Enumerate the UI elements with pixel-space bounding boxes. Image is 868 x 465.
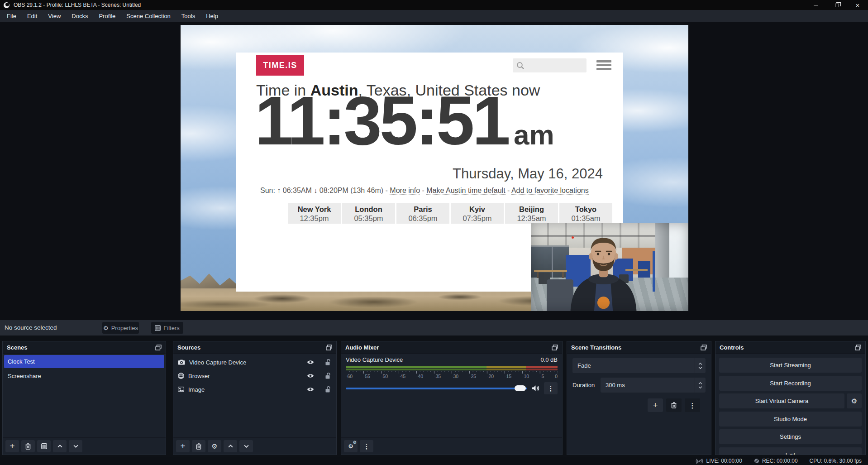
visibility-eye-icon[interactable] xyxy=(307,387,314,392)
add-source-button[interactable]: + xyxy=(176,440,190,452)
scene-item-screenshare[interactable]: Screenshare xyxy=(4,369,164,383)
preview-canvas[interactable]: TIME.IS Time in Austin, Texas, United St… xyxy=(181,25,688,311)
menu-bar: File Edit View Docks Profile Scene Colle… xyxy=(0,10,868,22)
double-gear-icon: ⚙⚙ xyxy=(348,443,353,449)
live-status: LIVE: 00:00:00 xyxy=(696,458,742,464)
minimize-button[interactable] xyxy=(806,0,826,10)
status-bar: LIVE: 00:00:00 REC: 00:00:00 CPU: 0.6%, … xyxy=(0,457,868,465)
kebab-menu-icon: ⋮ xyxy=(548,385,554,392)
popout-icon[interactable] xyxy=(155,345,162,350)
menu-help[interactable]: Help xyxy=(200,10,224,22)
menu-tools[interactable]: Tools xyxy=(176,10,200,22)
visibility-eye-icon[interactable] xyxy=(307,373,314,379)
source-properties-button[interactable]: ⚙ xyxy=(208,440,221,452)
world-cities-row: New York12:35pm London05:35pm Paris06:35… xyxy=(288,203,612,224)
start-recording-button[interactable]: Start Recording xyxy=(719,376,862,391)
exit-button[interactable]: Exit xyxy=(719,447,862,455)
settings-button[interactable]: Settings xyxy=(719,429,862,444)
unlock-icon[interactable] xyxy=(325,359,331,365)
filters-button[interactable]: Filters xyxy=(151,322,183,334)
window-controls: × xyxy=(806,0,868,10)
globe-icon xyxy=(178,373,184,379)
unlock-icon[interactable] xyxy=(325,386,331,393)
duration-spinbox[interactable]: 300 ms xyxy=(601,378,706,393)
kebab-menu-icon: ⋮ xyxy=(689,402,696,409)
source-item-video-capture[interactable]: Video Capture Device xyxy=(173,355,336,369)
vu-meter: -60-55-50-45-40-35-30-25-20-15-10-50 xyxy=(346,366,558,379)
spinbox-arrows[interactable] xyxy=(695,378,706,393)
timeis-sun-info: Sun: ↑ 06:35AM ↓ 08:20PM (13h 46m) - Mor… xyxy=(260,187,589,195)
transitions-dock-title: Scene Transitions xyxy=(571,344,621,351)
restore-icon xyxy=(835,4,839,7)
restore-button[interactable] xyxy=(826,0,847,10)
popout-icon[interactable] xyxy=(855,345,861,350)
move-source-up-button[interactable] xyxy=(224,440,237,452)
sources-dock-title: Sources xyxy=(177,344,200,351)
controls-dock: Controls Start Streaming Start Recording… xyxy=(715,341,866,455)
add-transition-button[interactable]: + xyxy=(648,398,663,412)
plus-icon: + xyxy=(653,401,658,409)
remove-scene-button[interactable] xyxy=(21,440,35,452)
filter-icon xyxy=(155,325,161,331)
scene-filters-button[interactable] xyxy=(37,440,51,452)
menu-view[interactable]: View xyxy=(43,10,66,22)
volume-slider-handle[interactable] xyxy=(515,385,526,391)
mixer-dock-title: Audio Mixer xyxy=(345,344,379,351)
add-scene-button[interactable]: + xyxy=(5,440,19,452)
image-icon xyxy=(178,387,184,392)
chevron-down-icon xyxy=(73,445,78,448)
remove-transition-button[interactable] xyxy=(666,398,682,412)
menu-edit[interactable]: Edit xyxy=(22,10,43,22)
popout-icon[interactable] xyxy=(552,345,558,350)
source-item-image[interactable]: Image xyxy=(173,383,336,396)
dock-area: Scenes Clock Test Screenshare + xyxy=(0,336,868,457)
city-box: Beijing12:35am xyxy=(505,203,558,224)
move-source-down-button[interactable] xyxy=(239,440,253,452)
properties-button[interactable]: ⚙ Properties xyxy=(102,322,139,334)
mixer-source-name: Video Capture Device xyxy=(346,356,403,363)
start-virtual-camera-button[interactable]: Start Virtual Camera xyxy=(719,393,844,408)
minimize-icon xyxy=(814,5,818,5)
transition-select[interactable]: Fade xyxy=(572,358,706,373)
unlock-icon[interactable] xyxy=(325,373,331,379)
menu-profile[interactable]: Profile xyxy=(93,10,121,22)
menu-file[interactable]: File xyxy=(1,10,22,22)
popout-icon[interactable] xyxy=(701,345,707,350)
advanced-audio-properties-button[interactable]: ⚙⚙ xyxy=(344,440,358,452)
duration-label: Duration xyxy=(572,382,601,388)
timeis-search-box xyxy=(513,58,587,72)
source-item-browser[interactable]: Browser xyxy=(173,369,336,383)
camera-icon xyxy=(178,360,185,365)
preview-area: TIME.IS Time in Austin, Texas, United St… xyxy=(0,22,868,320)
menu-scene-collection[interactable]: Scene Collection xyxy=(121,10,176,22)
controls-dock-title: Controls xyxy=(720,344,744,351)
city-box: Kyiv07:35pm xyxy=(451,203,504,224)
kebab-menu-icon: ⋮ xyxy=(363,443,370,450)
webcam-overlay xyxy=(531,223,688,311)
popout-icon[interactable] xyxy=(326,345,332,350)
mixer-menu-button[interactable]: ⋮ xyxy=(360,440,373,452)
broadcast-off-icon xyxy=(696,458,703,464)
timeis-logo: TIME.IS xyxy=(256,55,304,76)
speaker-icon[interactable] xyxy=(531,385,540,392)
hamburger-menu-icon xyxy=(596,60,611,72)
close-button[interactable]: × xyxy=(847,0,868,10)
move-scene-up-button[interactable] xyxy=(53,440,67,452)
virtual-camera-settings-button[interactable]: ⚙ xyxy=(847,393,862,408)
sources-dock: Sources Video Capture Device Browser Ima… xyxy=(173,341,337,455)
remove-source-button[interactable] xyxy=(192,440,205,452)
mixer-item-menu-button[interactable]: ⋮ xyxy=(544,382,558,394)
volume-slider[interactable] xyxy=(346,388,527,389)
menu-docks[interactable]: Docks xyxy=(66,10,93,22)
chevron-up-icon xyxy=(57,445,62,448)
scenes-dock: Scenes Clock Test Screenshare + xyxy=(2,341,166,455)
transition-menu-button[interactable]: ⋮ xyxy=(685,398,700,412)
filter-icon xyxy=(41,443,47,449)
visibility-eye-icon[interactable] xyxy=(307,360,314,365)
audio-mixer-dock: Audio Mixer Video Capture Device 0.0 dB … xyxy=(341,341,563,455)
studio-mode-button[interactable]: Studio Mode xyxy=(719,412,862,427)
plus-icon: + xyxy=(180,441,185,450)
move-scene-down-button[interactable] xyxy=(69,440,82,452)
start-streaming-button[interactable]: Start Streaming xyxy=(719,358,862,373)
scene-item-clock-test[interactable]: Clock Test xyxy=(4,355,164,368)
